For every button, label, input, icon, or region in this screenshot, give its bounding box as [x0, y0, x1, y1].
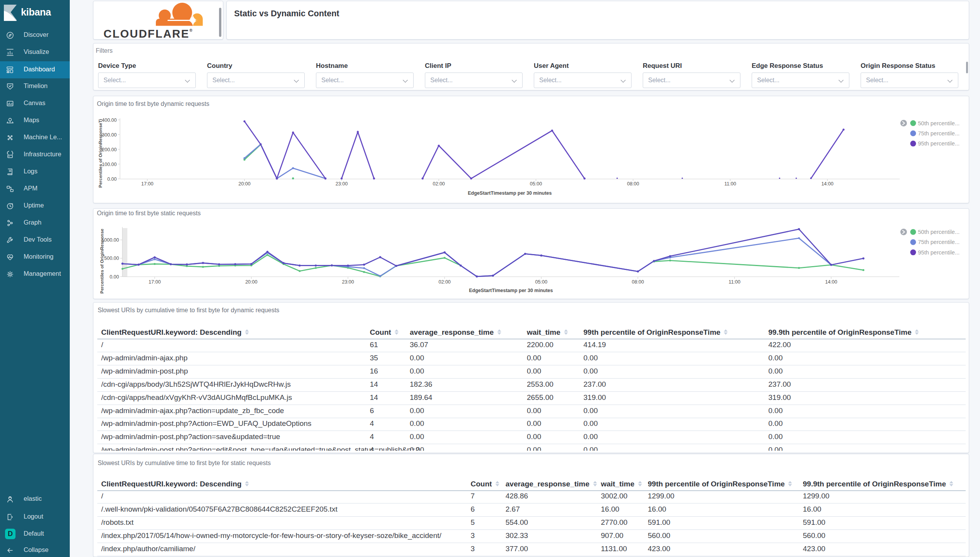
svg-text:05:00: 05:00	[535, 279, 547, 285]
svg-text:EdgeStartTimestamp per 30 minu: EdgeStartTimestamp per 30 minutes	[469, 288, 553, 293]
svg-text:95th percentile...: 95th percentile...	[918, 249, 959, 256]
svg-text:02:00: 02:00	[438, 279, 450, 285]
svg-text:75th percentile...: 75th percentile...	[918, 239, 959, 245]
svg-text:08:00: 08:00	[632, 279, 644, 285]
svg-text:11:00: 11:00	[729, 279, 740, 285]
svg-text:1000.00: 1000.00	[102, 237, 119, 243]
svg-text:14:00: 14:00	[825, 279, 837, 285]
svg-text:17:00: 17:00	[148, 279, 160, 285]
svg-text:0.00: 0.00	[110, 274, 119, 280]
svg-text:500.00: 500.00	[104, 256, 119, 261]
svg-text:Percentiles of OriginResponse: Percentiles of OriginResponse	[100, 229, 104, 294]
svg-text:23:00: 23:00	[342, 279, 354, 285]
svg-text:50th percentile...: 50th percentile...	[918, 229, 959, 235]
svg-text:20:00: 20:00	[245, 279, 257, 285]
